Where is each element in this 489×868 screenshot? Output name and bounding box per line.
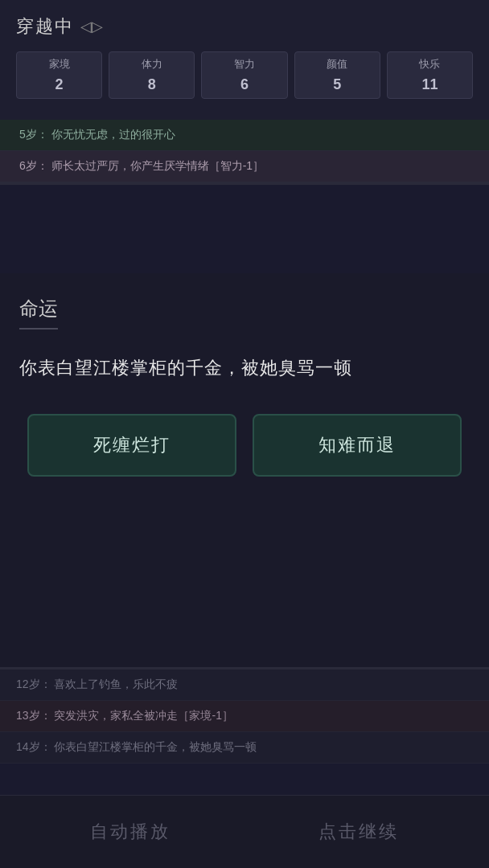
history-text-14: 你表白望江楼掌柜的千金，被她臭骂一顿 <box>54 740 257 753</box>
choice-button-fight[interactable]: 死缠烂打 <box>27 414 236 477</box>
history-age-14: 14岁： <box>16 740 51 753</box>
history-age-13: 13岁： <box>16 709 51 722</box>
stat-label-3: 颜值 <box>298 57 376 72</box>
event-text-6: 师长太过严厉，你产生厌学情绪［智力-1］ <box>51 159 264 172</box>
choice-buttons: 死缠烂打 知难而退 <box>19 414 470 477</box>
stat-value-1: 8 <box>113 76 191 93</box>
bottom-bar: 自动播放 点击继续 <box>0 795 489 868</box>
stats-grid: 家境 2 体力 8 智力 6 颜值 5 快乐 11 <box>16 51 473 99</box>
stat-label-0: 家境 <box>20 57 98 72</box>
auto-play-button[interactable]: 自动播放 <box>24 812 236 852</box>
stat-label-2: 智力 <box>205 57 283 72</box>
stat-box-kuaile: 快乐 11 <box>387 51 473 99</box>
choice-button-retreat[interactable]: 知难而退 <box>253 414 462 477</box>
event-age-5: 5岁： <box>19 128 48 141</box>
continue-button[interactable]: 点击继续 <box>253 812 465 852</box>
loading-icon: ◁▷ <box>80 18 103 35</box>
stat-box-yanzhi: 颜值 5 <box>294 51 380 99</box>
fate-description: 你表白望江楼掌柜的千金，被她臭骂一顿 <box>19 354 470 382</box>
page-title: 穿越中 <box>16 14 74 39</box>
event-item-age5: 5岁： 你无忧无虑，过的很开心 <box>0 120 489 151</box>
stat-label-4: 快乐 <box>391 57 469 72</box>
top-section: 穿越中 ◁▷ 家境 2 体力 8 智力 6 颜值 5 快乐 11 <box>0 0 489 120</box>
event-item-age6: 6岁： 师长太过严厉，你产生厌学情绪［智力-1］ <box>0 151 489 182</box>
top-divider <box>0 182 489 185</box>
stat-box-zhili: 智力 6 <box>201 51 287 99</box>
history-item-age13: 13岁： 突发洪灾，家私全被冲走［家境-1］ <box>0 701 489 732</box>
fate-section: 命运 你表白望江楼掌柜的千金，被她臭骂一顿 死缠烂打 知难而退 <box>0 273 489 667</box>
stat-value-4: 11 <box>391 76 469 93</box>
stat-value-2: 6 <box>205 76 283 93</box>
history-item-age14: 14岁： 你表白望江楼掌柜的千金，被她臭骂一顿 <box>0 732 489 764</box>
history-text-12: 喜欢上了钓鱼，乐此不疲 <box>54 678 178 690</box>
stat-box-jiajing: 家境 2 <box>16 51 102 99</box>
history-item-age12: 12岁： 喜欢上了钓鱼，乐此不疲 <box>0 669 489 701</box>
fate-modal: 命运 你表白望江楼掌柜的千金，被她臭骂一顿 死缠烂打 知难而退 12岁： 喜欢上… <box>0 273 489 764</box>
history-age-12: 12岁： <box>16 678 51 690</box>
title-row: 穿越中 ◁▷ <box>16 14 473 39</box>
event-age-6: 6岁： <box>19 159 48 172</box>
stat-label-1: 体力 <box>113 57 191 72</box>
stat-value-0: 2 <box>20 76 98 93</box>
history-log: 12岁： 喜欢上了钓鱼，乐此不疲 13岁： 突发洪灾，家私全被冲走［家境-1］ … <box>0 669 489 764</box>
fate-title: 命运 <box>19 296 58 330</box>
stat-box-tili: 体力 8 <box>109 51 195 99</box>
history-text-13: 突发洪灾，家私全被冲走［家境-1］ <box>54 709 232 722</box>
event-text-5: 你无忧无虑，过的很开心 <box>51 128 175 141</box>
stat-value-3: 5 <box>298 76 376 93</box>
event-log-top: 5岁： 你无忧无虑，过的很开心 6岁： 师长太过严厉，你产生厌学情绪［智力-1］ <box>0 120 489 182</box>
